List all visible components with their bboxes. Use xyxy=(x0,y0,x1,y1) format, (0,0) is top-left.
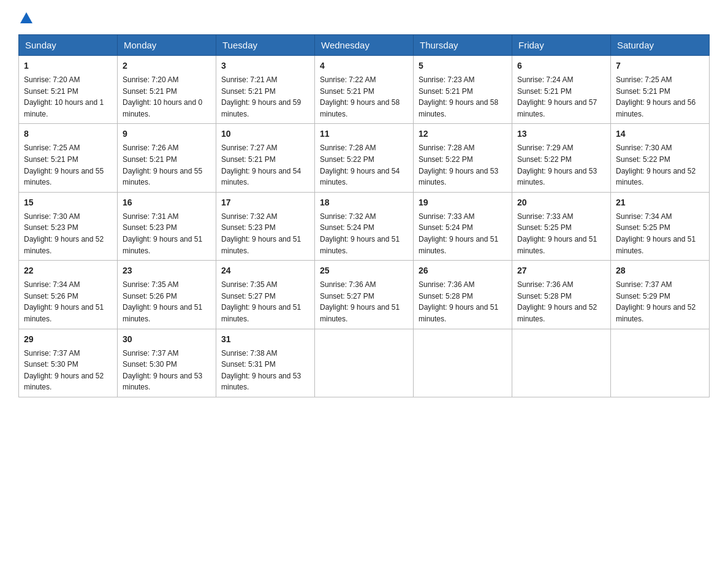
calendar-day-cell: 15 Sunrise: 7:30 AM Sunset: 5:23 PM Dayl… xyxy=(19,192,118,260)
calendar-day-cell: 12 Sunrise: 7:28 AM Sunset: 5:22 PM Dayl… xyxy=(414,124,512,192)
svg-marker-0 xyxy=(20,12,32,23)
day-info: Sunrise: 7:34 AM Sunset: 5:25 PM Dayligh… xyxy=(616,211,704,256)
calendar-day-cell: 9 Sunrise: 7:26 AM Sunset: 5:21 PM Dayli… xyxy=(118,124,216,192)
calendar-day-cell: 7 Sunrise: 7:25 AM Sunset: 5:21 PM Dayli… xyxy=(611,56,710,124)
calendar-week-row: 1 Sunrise: 7:20 AM Sunset: 5:21 PM Dayli… xyxy=(19,56,710,124)
day-number: 8 xyxy=(24,128,112,140)
logo-triangle-icon xyxy=(20,12,32,23)
day-number: 28 xyxy=(616,264,704,277)
day-info: Sunrise: 7:32 AM Sunset: 5:23 PM Dayligh… xyxy=(221,211,309,256)
day-info: Sunrise: 7:28 AM Sunset: 5:22 PM Dayligh… xyxy=(320,142,408,188)
day-number: 4 xyxy=(320,59,408,72)
calendar-day-cell xyxy=(611,329,710,397)
day-number: 11 xyxy=(320,128,408,140)
day-of-week-header: Sunday xyxy=(19,35,118,56)
day-of-week-header: Wednesday xyxy=(315,35,414,56)
day-number: 23 xyxy=(123,264,211,277)
calendar-day-cell: 27 Sunrise: 7:36 AM Sunset: 5:28 PM Dayl… xyxy=(512,261,611,329)
calendar-day-cell: 10 Sunrise: 7:27 AM Sunset: 5:21 PM Dayl… xyxy=(216,124,315,192)
day-info: Sunrise: 7:34 AM Sunset: 5:26 PM Dayligh… xyxy=(24,279,112,324)
calendar-day-cell: 16 Sunrise: 7:31 AM Sunset: 5:23 PM Dayl… xyxy=(118,192,216,260)
day-info: Sunrise: 7:33 AM Sunset: 5:24 PM Dayligh… xyxy=(419,211,507,256)
calendar-day-cell: 21 Sunrise: 7:34 AM Sunset: 5:25 PM Dayl… xyxy=(611,192,710,260)
day-number: 22 xyxy=(24,264,112,277)
calendar-day-cell: 13 Sunrise: 7:29 AM Sunset: 5:22 PM Dayl… xyxy=(512,124,611,192)
day-number: 29 xyxy=(24,333,112,346)
day-info: Sunrise: 7:36 AM Sunset: 5:28 PM Dayligh… xyxy=(517,279,605,324)
calendar-day-cell: 31 Sunrise: 7:38 AM Sunset: 5:31 PM Dayl… xyxy=(216,329,315,397)
calendar-day-cell: 23 Sunrise: 7:35 AM Sunset: 5:26 PM Dayl… xyxy=(118,261,216,329)
day-number: 27 xyxy=(517,264,605,277)
day-info: Sunrise: 7:25 AM Sunset: 5:21 PM Dayligh… xyxy=(24,142,112,188)
calendar-day-cell xyxy=(315,329,414,397)
calendar-day-cell: 20 Sunrise: 7:33 AM Sunset: 5:25 PM Dayl… xyxy=(512,192,611,260)
day-number: 1 xyxy=(24,59,112,72)
calendar-header-row: SundayMondayTuesdayWednesdayThursdayFrid… xyxy=(19,35,710,56)
calendar-day-cell: 30 Sunrise: 7:37 AM Sunset: 5:30 PM Dayl… xyxy=(118,329,216,397)
day-number: 30 xyxy=(123,333,211,346)
day-of-week-header: Saturday xyxy=(611,35,710,56)
day-number: 17 xyxy=(221,196,309,209)
day-number: 21 xyxy=(616,196,704,209)
day-info: Sunrise: 7:36 AM Sunset: 5:28 PM Dayligh… xyxy=(419,279,507,324)
day-info: Sunrise: 7:22 AM Sunset: 5:21 PM Dayligh… xyxy=(320,74,408,120)
day-info: Sunrise: 7:20 AM Sunset: 5:21 PM Dayligh… xyxy=(24,74,112,120)
day-info: Sunrise: 7:23 AM Sunset: 5:21 PM Dayligh… xyxy=(419,74,507,120)
calendar-day-cell: 19 Sunrise: 7:33 AM Sunset: 5:24 PM Dayl… xyxy=(414,192,512,260)
day-number: 10 xyxy=(221,128,309,140)
day-info: Sunrise: 7:33 AM Sunset: 5:25 PM Dayligh… xyxy=(517,211,605,256)
day-number: 20 xyxy=(517,196,605,209)
day-of-week-header: Monday xyxy=(118,35,216,56)
day-info: Sunrise: 7:24 AM Sunset: 5:21 PM Dayligh… xyxy=(517,74,605,120)
calendar-day-cell: 2 Sunrise: 7:20 AM Sunset: 5:21 PM Dayli… xyxy=(118,56,216,124)
day-info: Sunrise: 7:21 AM Sunset: 5:21 PM Dayligh… xyxy=(221,74,309,120)
day-number: 13 xyxy=(517,128,605,140)
day-info: Sunrise: 7:30 AM Sunset: 5:23 PM Dayligh… xyxy=(24,211,112,256)
calendar-day-cell: 3 Sunrise: 7:21 AM Sunset: 5:21 PM Dayli… xyxy=(216,56,315,124)
calendar-day-cell: 18 Sunrise: 7:32 AM Sunset: 5:24 PM Dayl… xyxy=(315,192,414,260)
day-info: Sunrise: 7:36 AM Sunset: 5:27 PM Dayligh… xyxy=(320,279,408,324)
calendar-day-cell: 4 Sunrise: 7:22 AM Sunset: 5:21 PM Dayli… xyxy=(315,56,414,124)
calendar-day-cell: 11 Sunrise: 7:28 AM Sunset: 5:22 PM Dayl… xyxy=(315,124,414,192)
day-info: Sunrise: 7:28 AM Sunset: 5:22 PM Dayligh… xyxy=(419,142,507,188)
calendar-week-row: 8 Sunrise: 7:25 AM Sunset: 5:21 PM Dayli… xyxy=(19,124,710,192)
calendar-day-cell: 17 Sunrise: 7:32 AM Sunset: 5:23 PM Dayl… xyxy=(216,192,315,260)
day-number: 5 xyxy=(419,59,507,72)
day-info: Sunrise: 7:35 AM Sunset: 5:26 PM Dayligh… xyxy=(123,279,211,324)
calendar-day-cell: 5 Sunrise: 7:23 AM Sunset: 5:21 PM Dayli… xyxy=(414,56,512,124)
day-info: Sunrise: 7:29 AM Sunset: 5:22 PM Dayligh… xyxy=(517,142,605,188)
day-number: 14 xyxy=(616,128,704,140)
day-info: Sunrise: 7:30 AM Sunset: 5:22 PM Dayligh… xyxy=(616,142,704,188)
day-info: Sunrise: 7:38 AM Sunset: 5:31 PM Dayligh… xyxy=(221,348,309,393)
day-number: 7 xyxy=(616,59,704,72)
calendar-day-cell xyxy=(414,329,512,397)
calendar-week-row: 15 Sunrise: 7:30 AM Sunset: 5:23 PM Dayl… xyxy=(19,192,710,260)
day-number: 12 xyxy=(419,128,507,140)
day-number: 31 xyxy=(221,333,309,346)
day-number: 18 xyxy=(320,196,408,209)
calendar-day-cell xyxy=(512,329,611,397)
day-info: Sunrise: 7:20 AM Sunset: 5:21 PM Dayligh… xyxy=(123,74,211,120)
calendar-day-cell: 6 Sunrise: 7:24 AM Sunset: 5:21 PM Dayli… xyxy=(512,56,611,124)
day-info: Sunrise: 7:25 AM Sunset: 5:21 PM Dayligh… xyxy=(616,74,704,120)
day-of-week-header: Tuesday xyxy=(216,35,315,56)
day-info: Sunrise: 7:37 AM Sunset: 5:30 PM Dayligh… xyxy=(123,348,211,393)
day-info: Sunrise: 7:37 AM Sunset: 5:29 PM Dayligh… xyxy=(616,279,704,324)
day-number: 2 xyxy=(123,59,211,72)
calendar-day-cell: 8 Sunrise: 7:25 AM Sunset: 5:21 PM Dayli… xyxy=(19,124,118,192)
calendar-day-cell: 1 Sunrise: 7:20 AM Sunset: 5:21 PM Dayli… xyxy=(19,56,118,124)
day-of-week-header: Thursday xyxy=(414,35,512,56)
calendar-day-cell: 28 Sunrise: 7:37 AM Sunset: 5:29 PM Dayl… xyxy=(611,261,710,329)
day-info: Sunrise: 7:32 AM Sunset: 5:24 PM Dayligh… xyxy=(320,211,408,256)
day-number: 3 xyxy=(221,59,309,72)
calendar-day-cell: 29 Sunrise: 7:37 AM Sunset: 5:30 PM Dayl… xyxy=(19,329,118,397)
calendar-day-cell: 22 Sunrise: 7:34 AM Sunset: 5:26 PM Dayl… xyxy=(19,261,118,329)
calendar-day-cell: 24 Sunrise: 7:35 AM Sunset: 5:27 PM Dayl… xyxy=(216,261,315,329)
day-info: Sunrise: 7:31 AM Sunset: 5:23 PM Dayligh… xyxy=(123,211,211,256)
calendar-week-row: 29 Sunrise: 7:37 AM Sunset: 5:30 PM Dayl… xyxy=(19,329,710,397)
day-info: Sunrise: 7:26 AM Sunset: 5:21 PM Dayligh… xyxy=(123,142,211,188)
day-number: 25 xyxy=(320,264,408,277)
day-number: 15 xyxy=(24,196,112,209)
day-number: 19 xyxy=(419,196,507,209)
day-number: 9 xyxy=(123,128,211,140)
